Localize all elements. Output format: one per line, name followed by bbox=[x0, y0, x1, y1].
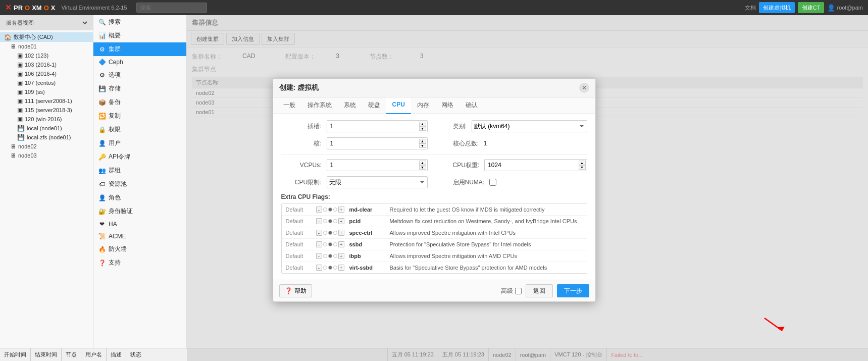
sidebar-item-109[interactable]: ▣ 109 (ss) bbox=[0, 87, 93, 96]
nav-item-api-tokens[interactable]: 🔑 API令牌 bbox=[93, 150, 186, 164]
sidebar-item-node02[interactable]: 🖥 node02 bbox=[0, 142, 93, 151]
category-label: 类别: bbox=[453, 122, 467, 131]
tab-confirm[interactable]: 确认 bbox=[459, 97, 484, 114]
flag-name-spec-ctrl: spec-ctrl bbox=[349, 230, 385, 236]
flag-plus-ibpb[interactable]: + bbox=[338, 253, 344, 259]
tab-system[interactable]: 系统 bbox=[338, 97, 362, 114]
cores-input[interactable] bbox=[330, 140, 415, 147]
slots-down[interactable]: ▼ bbox=[419, 126, 426, 131]
create-vm-button[interactable]: 创建虚拟机 bbox=[759, 2, 795, 13]
auth-icon: 🔐 bbox=[98, 208, 106, 215]
nav-item-search[interactable]: 🔍 搜索 bbox=[93, 15, 186, 29]
nav-item-permissions[interactable]: 🔒 权限 bbox=[93, 123, 186, 136]
flag-toggle-spec-ctrl: - + bbox=[316, 230, 344, 236]
back-button[interactable]: 返回 bbox=[526, 284, 553, 297]
nav-item-overview[interactable]: 📊 概要 bbox=[93, 29, 186, 42]
cores-up[interactable]: ▲ bbox=[419, 139, 426, 143]
flag-row-ibpb: Default - + ibpb Allows improved Spectre… bbox=[282, 250, 587, 262]
tab-cpu[interactable]: CPU bbox=[386, 97, 411, 114]
tab-general[interactable]: 一般 bbox=[277, 97, 301, 114]
nav-item-roles[interactable]: 👤 角色 bbox=[93, 191, 186, 204]
nav-item-ceph[interactable]: 🔷 Ceph bbox=[93, 56, 186, 68]
flag-minus-ssbd[interactable]: - bbox=[316, 241, 322, 247]
category-select[interactable]: 默认 (kvm64) bbox=[472, 120, 587, 132]
second-panel: 🔍 搜索 📊 概要 ⚙ 集群 🔷 Ceph ⚙ 选项 💾 存储 📦 备份 🔁 bbox=[93, 15, 187, 361]
nav-item-auth[interactable]: 🔐 身份验证 bbox=[93, 204, 186, 218]
create-ct-button[interactable]: 创建CT bbox=[798, 2, 825, 13]
nav-item-backup[interactable]: 📦 备份 bbox=[93, 95, 186, 109]
flag-minus-md-clear[interactable]: - bbox=[316, 207, 322, 213]
cpu-weight-input[interactable] bbox=[488, 162, 574, 169]
create-vm-dialog: 创建: 虚拟机 ✕ 一般 操作系统 系统 硬盘 CPU 内存 网络 确认 插槽:… bbox=[273, 78, 596, 302]
flag-minus-ibpb[interactable]: - bbox=[316, 253, 322, 259]
flag-minus-virt-ssbd[interactable]: - bbox=[316, 265, 322, 271]
help-button[interactable]: ❓ 帮助 bbox=[279, 284, 312, 297]
numa-checkbox[interactable] bbox=[489, 179, 496, 186]
flag-plus-ssbd[interactable]: + bbox=[338, 241, 344, 247]
nav-item-replica[interactable]: 🔁 复制 bbox=[93, 109, 186, 123]
flag-plus-md-clear[interactable]: + bbox=[338, 207, 344, 213]
sidebar: 服务器视图 🏠 数据中心 (CAD) 🖥 node01 ▣ 102 (123) … bbox=[0, 15, 93, 361]
flag-name-ssbd: ssbd bbox=[349, 241, 385, 247]
tab-harddisk[interactable]: 硬盘 bbox=[362, 97, 386, 114]
dialog-footer: ❓ 帮助 高级 返回 下一步 bbox=[273, 280, 595, 301]
advanced-checkbox[interactable] bbox=[515, 288, 522, 294]
sidebar-item-120[interactable]: ▣ 120 (win-2016) bbox=[0, 115, 93, 124]
tab-network[interactable]: 网络 bbox=[435, 97, 459, 114]
nav-item-acme[interactable]: 📜 ACME bbox=[93, 230, 186, 242]
flag-desc-spec-ctrl: Allows improved Spectre mitigation with … bbox=[390, 230, 583, 236]
nav-item-ha[interactable]: ❤ HA bbox=[93, 218, 186, 230]
nav-item-resource-pool[interactable]: 🏷 资源池 bbox=[93, 177, 186, 191]
slots-up[interactable]: ▲ bbox=[419, 122, 426, 126]
nav-item-users[interactable]: 👤 用户 bbox=[93, 136, 186, 150]
flag-default-virt-ssbd: Default bbox=[286, 265, 311, 271]
flag-plus-virt-ssbd[interactable]: + bbox=[338, 265, 344, 271]
flag-dots-ibpb bbox=[323, 254, 337, 258]
cpu-weight-up[interactable]: ▲ bbox=[579, 161, 586, 165]
sidebar-item-local-node01[interactable]: 💾 local (node01) bbox=[0, 124, 93, 133]
cpu-weight-down[interactable]: ▼ bbox=[579, 165, 586, 170]
sidebar-item-107[interactable]: ▣ 107 (centos) bbox=[0, 78, 93, 87]
cores-down[interactable]: ▼ bbox=[419, 143, 426, 148]
tab-os[interactable]: 操作系统 bbox=[301, 97, 338, 114]
nav-item-firewall[interactable]: 🔥 防火墙 bbox=[93, 242, 186, 256]
nav-item-options[interactable]: ⚙ 选项 bbox=[93, 68, 186, 82]
sidebar-item-local-zfs-node01[interactable]: 💾 local-zfs (node01) bbox=[0, 133, 93, 142]
next-button[interactable]: 下一步 bbox=[557, 284, 589, 297]
api-icon: 🔑 bbox=[98, 153, 106, 161]
flag-minus-pcid[interactable]: - bbox=[316, 218, 322, 224]
tab-memory[interactable]: 内存 bbox=[411, 97, 435, 114]
vcpus-down[interactable]: ▼ bbox=[419, 165, 426, 170]
nav-item-groups[interactable]: 👥 群组 bbox=[93, 164, 186, 177]
sidebar-item-102[interactable]: ▣ 102 (123) bbox=[0, 51, 93, 60]
sidebar-item-115[interactable]: ▣ 115 (server2018-3) bbox=[0, 106, 93, 115]
nav-item-cluster[interactable]: ⚙ 集群 bbox=[93, 42, 186, 56]
vcpus-input[interactable] bbox=[330, 162, 415, 169]
flag-desc-ssbd: Protection for "Speculative Store Bypass… bbox=[390, 241, 583, 247]
sidebar-item-103[interactable]: ▣ 103 (2016-1) bbox=[0, 60, 93, 69]
slots-input[interactable] bbox=[330, 123, 415, 130]
acme-icon: 📜 bbox=[98, 233, 106, 240]
vm-icon: ▣ bbox=[17, 88, 23, 95]
nav-item-support[interactable]: ❓ 支持 bbox=[93, 256, 186, 270]
flag-plus-pcid[interactable]: + bbox=[338, 218, 344, 224]
sidebar-item-106[interactable]: ▣ 106 (2016-4) bbox=[0, 69, 93, 78]
cpu-limit-select[interactable]: 无限 bbox=[327, 176, 428, 188]
sidebar-item-node03[interactable]: 🖥 node03 bbox=[0, 151, 93, 160]
cpu-weight-wrapper: ▲ ▼ bbox=[484, 159, 587, 171]
sidebar-item-datacenter[interactable]: 🏠 数据中心 (CAD) bbox=[0, 32, 93, 42]
sidebar-item-node01[interactable]: 🖥 node01 bbox=[0, 42, 93, 51]
dialog-close-button[interactable]: ✕ bbox=[579, 83, 589, 93]
flag-plus-spec-ctrl[interactable]: + bbox=[338, 230, 344, 236]
flag-minus-spec-ctrl[interactable]: - bbox=[316, 230, 322, 236]
datacenter-icon: 🏠 bbox=[4, 34, 12, 41]
vcpus-up[interactable]: ▲ bbox=[419, 161, 426, 165]
nav-item-storage[interactable]: 💾 存储 bbox=[93, 82, 186, 95]
cpu-weight-input-wrapper: ▲ ▼ bbox=[484, 159, 587, 171]
node-icon: 🖥 bbox=[10, 43, 16, 50]
view-select[interactable]: 服务器视图 bbox=[4, 19, 89, 26]
sidebar-item-111[interactable]: ▣ 111 (server2008-1) bbox=[0, 96, 93, 106]
search-input[interactable] bbox=[136, 3, 207, 13]
permissions-icon: 🔒 bbox=[98, 126, 106, 133]
category-select-wrapper: 默认 (kvm64) bbox=[472, 120, 587, 132]
